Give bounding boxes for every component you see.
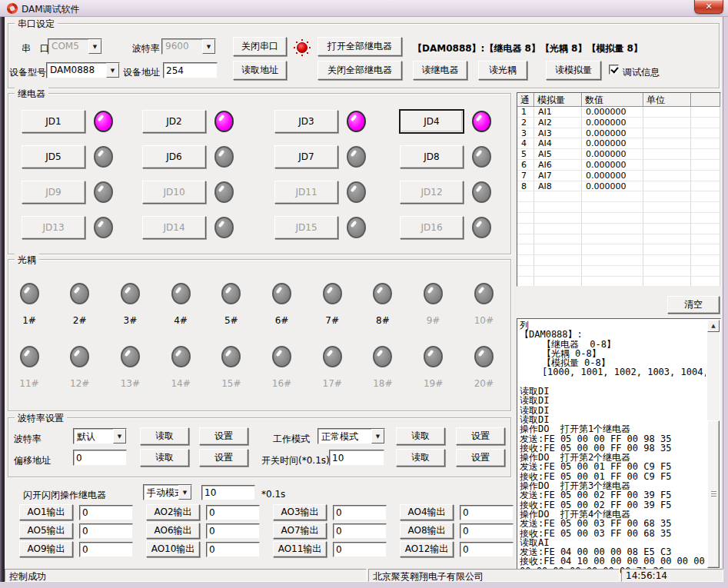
close-all-relays-button[interactable]: 关闭全部继电器 xyxy=(317,61,402,80)
close-port-button[interactable]: 关闭串口 xyxy=(233,37,287,56)
table-cell xyxy=(643,277,691,287)
table-cell xyxy=(691,181,720,192)
baud-set-value: 默认 xyxy=(77,430,95,443)
ao-output-input-9[interactable] xyxy=(79,542,133,557)
ao-output-button-2[interactable]: AO2输出 xyxy=(146,504,200,520)
baudrate-select: 9600 ▼ xyxy=(161,38,216,55)
relay-button-jd8[interactable]: JD8 xyxy=(400,145,464,168)
table-cell xyxy=(643,118,691,128)
switch-set-button[interactable]: 设置 xyxy=(456,449,505,467)
opto-label-10: 10# xyxy=(472,315,495,326)
ao-output-button-8[interactable]: AO8输出 xyxy=(400,523,454,539)
table-cell: 7 xyxy=(517,171,534,181)
table-cell xyxy=(534,234,582,245)
relay-button-jd2[interactable]: JD2 xyxy=(142,110,206,133)
ao-output-button-9[interactable]: AO9输出 xyxy=(19,541,73,557)
read-analog-button[interactable]: 读模拟量 xyxy=(546,61,601,80)
relay-led-jd8 xyxy=(472,146,491,168)
baud-set-button[interactable]: 设置 xyxy=(199,427,248,445)
table-header-2[interactable]: 数值 xyxy=(582,93,643,107)
device-address-input[interactable] xyxy=(163,62,218,78)
relay-button-jd4[interactable]: JD4 xyxy=(400,110,464,133)
table-header-4[interactable] xyxy=(691,93,720,107)
table-cell xyxy=(582,224,643,234)
relay-button-jd6[interactable]: JD6 xyxy=(142,145,206,168)
read-relays-button[interactable]: 读继电器 xyxy=(413,61,467,80)
table-cell: AI7 xyxy=(534,171,582,181)
chevron-down-icon[interactable]: ▼ xyxy=(106,63,119,78)
opto-label-6: 6# xyxy=(271,315,294,326)
work-mode-select[interactable]: 正常模式 ▼ xyxy=(317,428,385,444)
table-header-3[interactable]: 单位 xyxy=(643,93,691,107)
switch-read-button[interactable]: 读取 xyxy=(396,449,445,467)
ao-output-input-11[interactable] xyxy=(333,542,387,557)
relay-button-jd1[interactable]: JD1 xyxy=(22,110,85,133)
mode-set-button[interactable]: 设置 xyxy=(456,427,505,445)
table-header-0[interactable]: 通 xyxy=(517,93,534,107)
debug-info-label: 调试信息 xyxy=(623,66,660,79)
ao-output-input-12[interactable] xyxy=(460,542,514,557)
ao-output-button-5[interactable]: AO5输出 xyxy=(19,523,73,539)
chevron-down-icon[interactable]: ▼ xyxy=(371,429,384,443)
ao-output-button-11[interactable]: AO11输出 xyxy=(273,541,327,557)
ao-output-button-3[interactable]: AO3输出 xyxy=(273,504,327,520)
flash-mode-select[interactable]: 手动模式 ▼ xyxy=(143,484,192,500)
device-address-label: 设备地址 xyxy=(123,66,160,79)
ao-output-input-6[interactable] xyxy=(206,523,260,539)
chevron-down-icon[interactable]: ▼ xyxy=(113,429,126,443)
ao-output-input-8[interactable] xyxy=(460,523,514,539)
opto-label-4: 4# xyxy=(169,315,192,326)
debug-log-panel[interactable]: 列 【DAM0888】: 【继电器 0-8】 【光耦 0-8】 【模拟量 0-8… xyxy=(517,318,721,575)
flash-time-input[interactable] xyxy=(201,485,255,500)
table-row-empty xyxy=(517,244,720,255)
log-scrollbar-thumb[interactable] xyxy=(707,420,720,568)
table-cell: 0.000000 xyxy=(582,149,643,160)
ao-output-input-10[interactable] xyxy=(206,542,260,557)
close-button[interactable]: ✕ xyxy=(694,0,723,14)
relay-button-jd3[interactable]: JD3 xyxy=(274,110,338,133)
table-cell: 4 xyxy=(517,138,534,149)
table-header-1[interactable]: 模拟量 xyxy=(534,93,582,107)
debug-info-checkbox[interactable] xyxy=(609,65,619,75)
offset-read-button[interactable]: 读取 xyxy=(140,449,189,467)
switch-time-input[interactable] xyxy=(329,450,384,466)
table-cell xyxy=(643,107,691,118)
table-cell xyxy=(517,191,534,202)
table-cell: AI4 xyxy=(534,138,582,149)
read-opto-button[interactable]: 读光耦 xyxy=(478,61,527,80)
relay-button-jd5[interactable]: JD5 xyxy=(22,145,85,168)
ao-output-button-4[interactable]: AO4输出 xyxy=(400,504,454,520)
baud-set-select[interactable]: 默认 ▼ xyxy=(73,428,127,444)
baud-read-button[interactable]: 读取 xyxy=(140,427,189,445)
table-cell xyxy=(643,171,691,181)
chevron-down-icon[interactable]: ▼ xyxy=(178,485,191,500)
ao-output-input-2[interactable] xyxy=(206,505,260,520)
ao-output-button-10[interactable]: AO10输出 xyxy=(146,541,200,557)
relay-button-jd7[interactable]: JD7 xyxy=(274,145,338,168)
ao-output-input-3[interactable] xyxy=(333,505,387,520)
table-row-empty xyxy=(517,202,720,213)
ao-output-input-5[interactable] xyxy=(79,523,133,539)
ao-output-button-12[interactable]: AO12输出 xyxy=(400,541,454,557)
ao-output-button-1[interactable]: AO1输出 xyxy=(19,504,73,520)
offset-set-button[interactable]: 设置 xyxy=(199,449,248,467)
ao-output-input-1[interactable] xyxy=(79,505,133,520)
device-info-label: 【DAM0888】:【继电器 8】【光耦 8】【模拟量 8】 xyxy=(413,42,643,55)
open-all-relays-button[interactable]: 打开全部继电器 xyxy=(317,37,402,56)
read-address-button[interactable]: 读取地址 xyxy=(233,61,287,80)
ao-output-button-7[interactable]: AO7输出 xyxy=(273,523,327,539)
scroll-up-icon[interactable]: ▲ xyxy=(707,320,720,332)
opto-led-1 xyxy=(20,283,39,304)
ao-output-input-7[interactable] xyxy=(333,523,387,539)
ao-output-input-4[interactable] xyxy=(460,505,514,520)
table-cell xyxy=(517,266,534,277)
mode-read-button[interactable]: 读取 xyxy=(396,427,445,445)
offset-address-input[interactable] xyxy=(73,450,127,466)
ao-output-button-6[interactable]: AO6输出 xyxy=(146,523,200,539)
log-scrollbar[interactable]: ▲ xyxy=(707,320,720,573)
device-model-select[interactable]: DAM0888 ▼ xyxy=(46,62,120,78)
table-cell: 0.000000 xyxy=(582,107,643,118)
status-message: 控制成功 xyxy=(5,569,367,582)
clear-log-button[interactable]: 清空 xyxy=(667,296,720,314)
opto-label-20: 20# xyxy=(472,378,495,389)
